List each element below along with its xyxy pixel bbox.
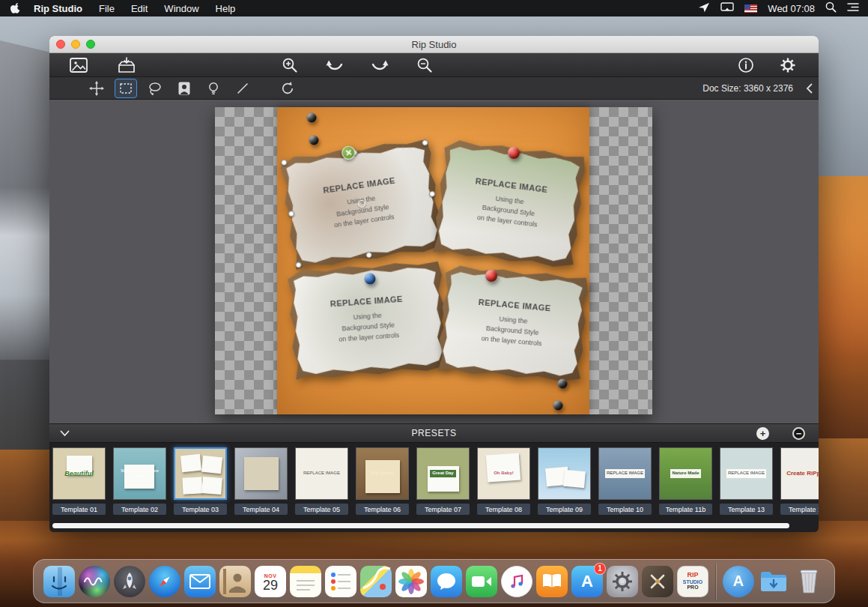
menubar-clock[interactable]: Wed 07:08 [768,3,815,14]
facetime-icon[interactable] [466,566,497,597]
messages-icon[interactable] [431,566,462,597]
info-icon[interactable] [733,55,759,76]
launchpad-icon[interactable] [114,566,145,597]
apple-menu-icon[interactable] [10,3,20,14]
zoom-out-icon[interactable] [412,55,437,76]
rotate-tool-icon[interactable] [276,79,299,98]
template-item-03-selected[interactable]: Template 03 [174,447,227,515]
us-flag-icon[interactable] [744,4,757,13]
template-thumbnail[interactable] [174,447,227,500]
thumb-text: Where Dreams are Made [114,467,166,480]
notification-center-icon[interactable] [847,2,859,14]
template-thumbnail[interactable]: REPLACE IMAGE [598,447,652,500]
photos-icon[interactable] [395,566,427,597]
menu-help[interactable]: Help [216,3,236,14]
black-pin[interactable] [309,136,319,145]
itunes-icon[interactable] [501,566,532,597]
template-scrollbar-thumb[interactable] [52,523,789,528]
canvas-area[interactable]: REPLACE IMAGE Using the Background Style… [49,100,819,423]
template-thumbnail[interactable]: Beautiful [52,447,106,500]
remove-preset-button[interactable]: − [792,427,805,440]
template-thumbnail[interactable]: Great Day [416,447,470,500]
torn-paper[interactable]: REPLACE IMAGE Using the Background Style… [437,144,582,265]
thumb-text [260,472,263,475]
template-thumbnail[interactable]: REPLACE IMAGE [720,447,773,500]
downloads-folder-icon[interactable] [758,566,789,597]
thumb-text: Nature Made [670,469,700,477]
red-pin[interactable] [485,270,497,282]
app-store-icon[interactable]: A 1 [571,566,603,597]
mail-icon[interactable] [184,566,216,597]
photo-card-1-selected[interactable]: REPLACE IMAGE Using the Background Style… [284,142,439,265]
template-item-10[interactable]: REPLACE IMAGE Template 10 [598,447,652,515]
menu-edit[interactable]: Edit [131,3,148,14]
location-arrow-icon[interactable] [698,2,710,15]
contacts-icon[interactable] [219,566,251,597]
template-label: Template 14 [780,504,819,515]
template-thumbnail[interactable]: Where Dreams are Made [113,447,166,500]
template-thumbnail[interactable]: Nature Made [659,447,712,500]
black-pin[interactable] [307,113,317,123]
siri-icon[interactable] [79,566,110,597]
template-item-11b[interactable]: Nature Made Template 11b [659,447,712,515]
settings-gear-icon[interactable] [775,55,801,76]
template-thumbnail[interactable]: Oh Baby! [477,447,530,500]
menubar-app-name[interactable]: Rip Studio [34,3,82,14]
maps-icon[interactable] [360,566,392,597]
red-pin[interactable] [508,147,520,159]
safari-icon[interactable] [149,566,180,597]
template-item-08[interactable]: Oh Baby! Template 08 [477,447,530,515]
template-thumbnail[interactable]: Create RiPped [780,447,819,500]
rect-select-tool-icon[interactable] [115,79,137,98]
line-tool-icon[interactable] [231,79,254,98]
app-store-circle-icon[interactable]: A [723,566,754,597]
black-pin[interactable] [553,401,563,411]
display-mirroring-icon[interactable] [720,2,734,14]
photo-card-2[interactable]: REPLACE IMAGE Using the Background Style… [437,144,582,265]
system-preferences-icon[interactable] [607,566,638,597]
template-item-09[interactable]: Template 09 [538,447,591,515]
import-icon[interactable] [114,55,139,76]
template-item-04[interactable]: Template 04 [234,447,288,515]
transparent-region-left [215,107,277,414]
torn-paper[interactable]: REPLACE IMAGE Using the Background Style… [442,269,585,378]
utility-app-icon[interactable] [642,566,673,597]
mask-tool-icon[interactable] [173,79,195,98]
photo-card-4[interactable]: REPLACE IMAGE Using the Background Style… [442,269,585,378]
calendar-icon[interactable]: NOV 29 [255,566,286,597]
add-preset-button[interactable]: + [756,427,769,440]
menu-window[interactable]: Window [164,3,198,14]
redo-icon[interactable] [367,55,392,76]
template-item-13[interactable]: REPLACE IMAGE Template 13 [720,447,773,515]
template-item-07[interactable]: Great Day Template 07 [416,447,470,515]
template-thumbnail[interactable] [538,447,591,500]
finder-icon[interactable] [43,566,75,597]
undo-icon[interactable] [322,55,347,76]
black-pin[interactable] [558,379,568,389]
books-icon[interactable] [536,566,568,597]
template-scrollbar-track[interactable] [52,523,813,529]
window-titlebar[interactable]: Rip Studio [49,36,819,53]
spotlight-search-icon[interactable] [825,1,837,15]
document[interactable]: REPLACE IMAGE Using the Background Style… [215,107,652,414]
reminders-icon[interactable] [325,566,356,597]
menu-file[interactable]: File [99,3,115,14]
collapse-panel-chevron[interactable] [801,79,817,98]
image-icon[interactable] [66,55,91,76]
template-item-05[interactable]: REPLACE IMAGE Template 05 [295,447,348,515]
template-item-06[interactable]: Rip Studio Template 06 [356,447,409,515]
template-item-02[interactable]: Where Dreams are Made Template 02 [113,447,166,515]
blue-pin[interactable] [365,274,376,285]
light-tool-icon[interactable] [202,79,225,98]
zoom-in-icon[interactable] [277,55,303,76]
move-tool-icon[interactable] [85,79,108,98]
template-item-01[interactable]: Beautiful Template 01 [52,447,106,515]
template-thumbnail[interactable]: Rip Studio [356,447,409,500]
lasso-tool-icon[interactable] [144,79,166,98]
template-item-14[interactable]: Create RiPped Template 14 [780,447,819,515]
rip-studio-pro-icon[interactable]: RIP STUDIO PRO [677,566,708,597]
trash-icon[interactable] [793,566,825,597]
template-thumbnail[interactable]: REPLACE IMAGE [295,447,348,500]
notes-icon[interactable] [290,566,321,597]
template-thumbnail[interactable] [234,447,288,500]
